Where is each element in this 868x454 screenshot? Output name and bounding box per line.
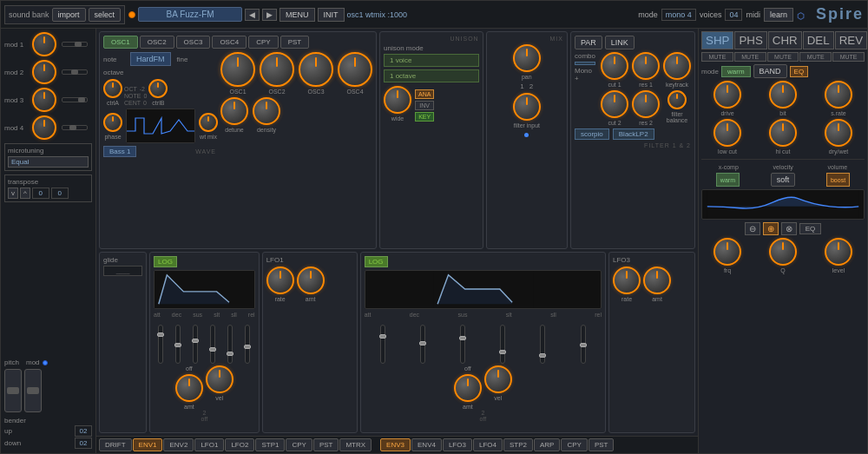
mute-btn-3[interactable]: MUTE bbox=[767, 52, 799, 62]
env3-rel-slider[interactable] bbox=[581, 325, 586, 364]
env1-vel-knob[interactable] bbox=[206, 365, 233, 393]
drive-knob[interactable] bbox=[713, 81, 741, 109]
att-slider[interactable] bbox=[158, 325, 163, 364]
log-button-env1[interactable]: LOG bbox=[154, 256, 177, 267]
wtmix-knob[interactable] bbox=[199, 113, 218, 132]
mod4-knob[interactable] bbox=[32, 115, 56, 140]
wide-knob[interactable] bbox=[384, 86, 411, 114]
stp1-tab[interactable]: STP1 bbox=[255, 438, 285, 451]
filterbal-knob[interactable] bbox=[667, 90, 687, 109]
ctrla-knob[interactable] bbox=[103, 79, 122, 98]
env1-amt-knob[interactable] bbox=[175, 374, 203, 402]
warm-mode-button[interactable]: warm bbox=[721, 66, 751, 77]
cut1-knob[interactable] bbox=[601, 52, 628, 80]
lfo3-rate-knob[interactable] bbox=[613, 266, 641, 294]
bit-knob[interactable] bbox=[769, 81, 797, 109]
drift-tab[interactable]: DRIFT bbox=[99, 438, 132, 451]
pitch-slider[interactable] bbox=[4, 369, 22, 412]
lfo3-amt-knob[interactable] bbox=[643, 266, 671, 294]
preset-prev-button[interactable]: ◀ bbox=[245, 9, 260, 21]
env3-slt-slider[interactable] bbox=[500, 325, 505, 364]
cut2-knob[interactable] bbox=[601, 90, 628, 118]
transpose-down-button[interactable]: v bbox=[8, 188, 18, 199]
stp2-tab[interactable]: STP2 bbox=[503, 438, 533, 451]
band-mode-button[interactable]: BAND bbox=[753, 64, 787, 78]
pst-tab2[interactable]: PST bbox=[589, 438, 615, 451]
ctrlb-knob[interactable] bbox=[148, 79, 168, 98]
mtrx-tab[interactable]: MTRX bbox=[339, 438, 372, 451]
microtuning-dropdown[interactable]: Equal bbox=[8, 156, 89, 168]
detune-knob[interactable] bbox=[220, 97, 248, 125]
midi-learn-button[interactable]: learn bbox=[764, 8, 793, 22]
level-knob[interactable] bbox=[825, 238, 852, 266]
phase-knob[interactable] bbox=[103, 113, 122, 132]
tab-pst-osc[interactable]: PST bbox=[280, 36, 310, 49]
env2-tab[interactable]: ENV2 bbox=[163, 438, 194, 451]
lfo2-tab[interactable]: LFO2 bbox=[225, 438, 254, 451]
tab-osc2[interactable]: OSC2 bbox=[140, 36, 174, 49]
env3-sll-slider[interactable] bbox=[540, 325, 545, 364]
env3-dec-slider[interactable] bbox=[420, 325, 425, 364]
cpy-tab2[interactable]: CPY bbox=[561, 438, 587, 451]
preset-next-button[interactable]: ▶ bbox=[262, 9, 277, 21]
transpose-up-button[interactable]: ^ bbox=[20, 188, 30, 199]
eq-mode-button[interactable]: EQ bbox=[790, 66, 809, 77]
mute-btn-4[interactable]: MUTE bbox=[799, 52, 832, 62]
hicut-knob[interactable] bbox=[769, 119, 797, 147]
combo-value[interactable] bbox=[575, 62, 595, 65]
tab-osc3[interactable]: OSC3 bbox=[176, 36, 211, 49]
menu-button[interactable]: MENU bbox=[279, 8, 315, 22]
warm2-button[interactable]: warm bbox=[716, 173, 740, 187]
osc2-main-knob[interactable] bbox=[260, 52, 294, 87]
tab-cpy-osc[interactable]: CPY bbox=[248, 36, 278, 49]
mod3-knob[interactable] bbox=[32, 88, 56, 112]
env3-sus-slider[interactable] bbox=[460, 325, 465, 364]
fx-del-tab[interactable]: DEL bbox=[803, 31, 834, 49]
arp-tab[interactable]: ARP bbox=[534, 438, 560, 451]
eq-btn[interactable]: EQ bbox=[799, 223, 822, 234]
eq-ctrl-btn3[interactable]: ⊗ bbox=[781, 222, 797, 235]
env3-vel-knob[interactable] bbox=[484, 365, 512, 393]
mute-btn-5[interactable]: MUTE bbox=[832, 52, 865, 62]
pan-knob[interactable] bbox=[513, 44, 541, 72]
osc4-main-knob[interactable] bbox=[338, 52, 372, 87]
mod1-knob[interactable] bbox=[32, 32, 56, 56]
inv-button[interactable]: INV bbox=[415, 101, 434, 110]
soft-button[interactable]: soft bbox=[771, 173, 796, 187]
sll-slider[interactable] bbox=[227, 325, 233, 364]
ana-button[interactable]: ANA bbox=[415, 89, 434, 99]
lfo1-tab[interactable]: LFO1 bbox=[194, 438, 224, 451]
dec-slider[interactable] bbox=[175, 325, 181, 364]
density-knob[interactable] bbox=[253, 97, 280, 125]
osc3-main-knob[interactable] bbox=[299, 52, 333, 87]
pst-tab1[interactable]: PST bbox=[313, 438, 339, 451]
lfo4-tab[interactable]: LFO4 bbox=[473, 438, 503, 451]
boost-button[interactable]: boost bbox=[826, 173, 850, 187]
eq-ctrl-btn2[interactable]: ⊕ bbox=[763, 222, 779, 235]
filter-preset1[interactable]: scorpio bbox=[575, 128, 609, 140]
bass-preset-display[interactable]: Bass 1 bbox=[103, 146, 136, 157]
filter-input-knob[interactable] bbox=[513, 93, 541, 121]
frq-knob[interactable] bbox=[713, 238, 741, 266]
env3-att-slider[interactable] bbox=[380, 325, 385, 364]
mute-btn-1[interactable]: MUTE bbox=[701, 52, 733, 62]
init-button[interactable]: INIT bbox=[318, 8, 345, 22]
q-knob[interactable] bbox=[769, 238, 797, 266]
mod2-slider[interactable] bbox=[62, 69, 88, 75]
sus-slider[interactable] bbox=[193, 325, 198, 364]
cpy-tab1[interactable]: CPY bbox=[286, 438, 312, 451]
par-button[interactable]: PAR bbox=[575, 36, 602, 49]
lfo3-tab[interactable]: LFO3 bbox=[443, 438, 472, 451]
preset-name[interactable]: BA Fuzz-FM bbox=[138, 7, 242, 22]
tab-osc1[interactable]: OSC1 bbox=[103, 36, 138, 49]
link-button[interactable]: LINK bbox=[605, 36, 635, 49]
env4-tab[interactable]: ENV4 bbox=[411, 438, 442, 451]
unison-octave-value[interactable]: 1 octave bbox=[384, 69, 479, 82]
fx-rev-tab[interactable]: REV bbox=[835, 31, 867, 49]
osc1-main-knob[interactable] bbox=[220, 52, 255, 87]
res1-knob[interactable] bbox=[632, 52, 660, 80]
drywet-knob[interactable] bbox=[825, 119, 852, 147]
eq-ctrl-btn1[interactable]: ⊖ bbox=[745, 222, 760, 235]
key-button[interactable]: KEY bbox=[415, 112, 434, 122]
mod2-knob[interactable] bbox=[32, 60, 56, 84]
